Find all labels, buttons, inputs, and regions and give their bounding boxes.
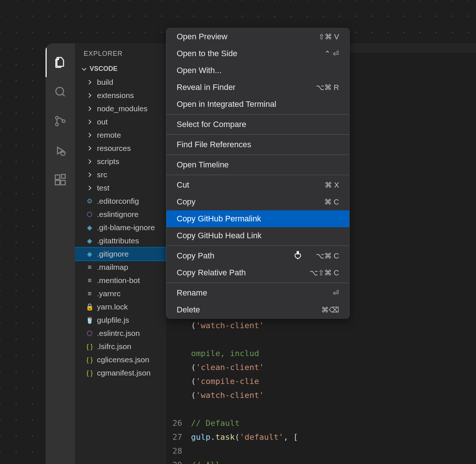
- menu-item[interactable]: Copy⌘ C: [166, 193, 349, 210]
- project-name: VSCODE: [90, 65, 118, 73]
- file-name: cgmanifest.json: [97, 369, 151, 377]
- menu-item-label: Open to the Side: [177, 49, 237, 58]
- menu-item-label: Copy Path: [177, 251, 214, 261]
- folder-name: src: [97, 170, 107, 179]
- cursor-icon: [294, 250, 303, 262]
- menu-item[interactable]: Select for Compare: [166, 116, 349, 133]
- menu-item-shortcut: ⌘⌫: [321, 305, 339, 314]
- svg-rect-6: [55, 181, 60, 185]
- menu-item[interactable]: Open Timeline: [166, 156, 349, 173]
- tree-folder[interactable]: node_modules: [75, 102, 166, 115]
- file-name: .mailmap: [97, 263, 128, 272]
- menu-item-label: Cut: [177, 180, 189, 190]
- menu-item-label: Rename: [177, 288, 207, 298]
- folder-name: test: [97, 184, 109, 192]
- svg-point-0: [56, 87, 64, 95]
- menu-item-label: Copy: [177, 197, 195, 207]
- extensions-activity-icon[interactable]: [46, 165, 75, 195]
- menu-item[interactable]: Rename⏎: [166, 284, 349, 301]
- tree-file[interactable]: ◆.gitignore: [75, 247, 166, 261]
- file-icon: ⬡: [85, 210, 94, 218]
- tree-folder[interactable]: extensions: [75, 89, 166, 102]
- menu-item-shortcut: ⌥⌘ C: [316, 251, 339, 260]
- menu-item[interactable]: Copy GitHub Head Link: [166, 227, 349, 244]
- chevron-right-icon: [85, 105, 94, 112]
- tree-file[interactable]: 🔒yarn.lock: [75, 300, 166, 313]
- menu-item-shortcut: ⇧⌘ V: [318, 32, 339, 41]
- tree-file[interactable]: { }.lsifrc.json: [75, 340, 166, 353]
- menu-item[interactable]: Reveal in Finder⌥⌘ R: [166, 79, 349, 96]
- tree-folder[interactable]: build: [75, 76, 166, 89]
- tree-file[interactable]: ◆.git-blame-ignore: [75, 221, 166, 234]
- chevron-right-icon: [85, 79, 94, 86]
- tree-folder[interactable]: src: [75, 168, 166, 181]
- tree-file[interactable]: ≡.mailmap: [75, 261, 166, 274]
- menu-item-label: Open With...: [177, 66, 221, 75]
- menu-item[interactable]: Cut⌘ X: [166, 177, 349, 193]
- menu-item-label: Copy GitHub Permalink: [177, 214, 261, 224]
- file-name: .yarnrc: [97, 289, 120, 298]
- explorer-sidebar: EXPLORER VSCODE buildextensionsnode_modu…: [75, 43, 166, 464]
- file-icon: { }: [85, 369, 94, 377]
- folder-name: scripts: [97, 157, 119, 166]
- menu-separator: [166, 134, 349, 135]
- file-icon: { }: [85, 343, 94, 351]
- tree-folder[interactable]: scripts: [75, 155, 166, 168]
- menu-item-label: Reveal in Finder: [177, 83, 235, 92]
- project-header[interactable]: VSCODE: [75, 62, 166, 76]
- debug-activity-icon[interactable]: [46, 136, 75, 165]
- menu-item[interactable]: Copy Path⌥⌘ C: [166, 247, 349, 264]
- file-icon: ⚙: [85, 197, 94, 205]
- tree-file[interactable]: { }cglicenses.json: [75, 353, 166, 366]
- file-name: .gitattributes: [97, 236, 139, 245]
- menu-separator: [166, 175, 349, 175]
- menu-item[interactable]: Copy GitHub Permalink: [166, 210, 349, 227]
- svg-rect-8: [61, 174, 65, 178]
- menu-item-shortcut: ⏎: [333, 289, 339, 297]
- file-icon: ≡: [85, 277, 94, 284]
- tree-file[interactable]: ⬡.eslintrc.json: [75, 327, 166, 340]
- chevron-down-icon: [81, 66, 87, 72]
- tree-folder[interactable]: out: [75, 115, 166, 128]
- folder-name: resources: [97, 144, 131, 153]
- menu-item-label: Copy GitHub Head Link: [177, 231, 262, 240]
- menu-separator: [166, 155, 349, 155]
- svg-rect-5: [55, 175, 60, 180]
- menu-item-label: Delete: [177, 305, 200, 315]
- sidebar-title: EXPLORER: [75, 43, 166, 62]
- menu-item-label: Copy Relative Path: [177, 268, 246, 278]
- file-icon: ◆: [85, 237, 94, 245]
- file-name: gulpfile.js: [97, 316, 129, 325]
- menu-item[interactable]: Open to the Side⌃ ⏎: [166, 45, 349, 62]
- menu-item[interactable]: Delete⌘⌫: [166, 301, 349, 318]
- tree-file[interactable]: 🥤gulpfile.js: [75, 313, 166, 327]
- tree-file[interactable]: ⚙.editorconfig: [75, 195, 166, 208]
- tree-folder[interactable]: test: [75, 181, 166, 195]
- file-name: cglicenses.json: [97, 355, 149, 364]
- context-menu: Open Preview⇧⌘ VOpen to the Side⌃ ⏎Open …: [166, 28, 350, 319]
- file-name: .lsifrc.json: [97, 342, 131, 351]
- folder-name: out: [97, 117, 108, 126]
- source-control-activity-icon[interactable]: [46, 106, 75, 136]
- menu-item[interactable]: Copy Relative Path⌥⇧⌘ C: [166, 264, 349, 281]
- file-icon: 🔒: [85, 303, 94, 311]
- explorer-activity-icon[interactable]: [46, 48, 75, 77]
- tree-file[interactable]: ◆.gitattributes: [75, 234, 166, 247]
- folder-name: extensions: [97, 91, 134, 100]
- chevron-right-icon: [85, 158, 94, 165]
- search-activity-icon[interactable]: [46, 77, 75, 106]
- menu-item[interactable]: Find File References: [166, 136, 349, 153]
- menu-item-label: Open in Integrated Terminal: [177, 99, 276, 109]
- tree-file[interactable]: { }cgmanifest.json: [75, 366, 166, 380]
- folder-name: build: [97, 78, 113, 87]
- tree-folder[interactable]: remote: [75, 128, 166, 142]
- menu-item[interactable]: Open Preview⇧⌘ V: [166, 28, 349, 45]
- tree-file[interactable]: ⬡.eslintignore: [75, 208, 166, 221]
- menu-item-shortcut: ⌃ ⏎: [324, 49, 339, 58]
- menu-item[interactable]: Open With...: [166, 62, 349, 79]
- tree-file[interactable]: ≡.yarnrc: [75, 287, 166, 300]
- tree-folder[interactable]: resources: [75, 142, 166, 155]
- menu-separator: [166, 114, 349, 115]
- tree-file[interactable]: ≡.mention-bot: [75, 274, 166, 287]
- menu-item[interactable]: Open in Integrated Terminal: [166, 96, 349, 113]
